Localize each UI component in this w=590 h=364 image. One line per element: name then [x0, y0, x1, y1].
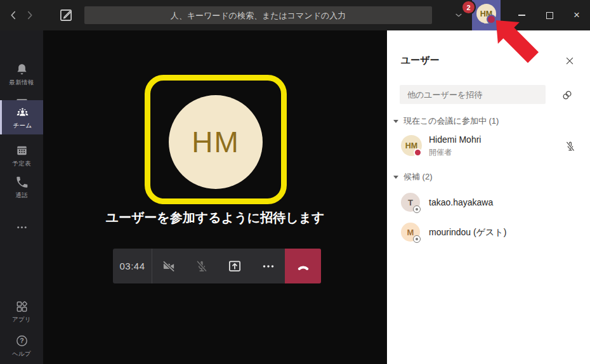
teams-icon — [15, 105, 30, 120]
copy-link-button[interactable] — [560, 88, 575, 103]
calendar-icon — [15, 143, 29, 158]
participant-row[interactable]: HM Hidemi Mohri 開催者 — [387, 132, 590, 161]
camera-off-button[interactable] — [152, 249, 185, 283]
camera-off-icon — [161, 258, 177, 275]
presence-busy-dot — [487, 15, 496, 24]
phone-icon — [15, 175, 29, 190]
sidebar-item-calendar[interactable]: 予定表 — [0, 140, 43, 171]
sidebar-more-button[interactable] — [0, 216, 43, 238]
sidebar-item-label: アプリ — [12, 316, 31, 324]
mic-mute-button[interactable] — [185, 249, 218, 283]
invite-caption: ユーザーを参加するように招待します — [43, 209, 387, 226]
minimize-icon — [518, 15, 525, 16]
maximize-icon — [546, 12, 553, 19]
more-options-button[interactable] — [251, 249, 285, 283]
sidebar-item-label: 予定表 — [12, 160, 30, 168]
sidebar-item-label: チーム — [13, 122, 32, 130]
share-screen-icon — [226, 258, 243, 275]
share-screen-button[interactable] — [218, 249, 251, 283]
candidate-row[interactable]: M mourindou (ゲスト) — [387, 220, 590, 244]
panel-close-button[interactable] — [561, 52, 579, 70]
teams-app-window: 2 HM × 最新情報 チャット チーム 予定表 通話 — [0, 0, 590, 364]
window-minimize-button[interactable] — [508, 0, 535, 30]
meeting-stage: HM ユーザーを参加するように招待します 03:44 — [43, 30, 387, 364]
link-icon — [560, 88, 574, 102]
candidate-row[interactable]: T takao.hayakawa — [387, 190, 590, 214]
window-maximize-button[interactable] — [536, 0, 563, 30]
ellipsis-icon — [15, 220, 29, 235]
apps-icon — [15, 299, 29, 314]
mic-off-icon — [563, 140, 577, 153]
app-sidebar: 最新情報 チャット チーム 予定表 通話 アプリ ヘルプ — [0, 30, 43, 364]
sidebar-item-apps[interactable]: アプリ — [0, 296, 43, 327]
chevron-down-icon — [393, 120, 398, 123]
section-label: 候補 (2) — [403, 171, 433, 183]
hang-up-icon — [294, 257, 313, 276]
presence-offline-badge — [413, 205, 421, 213]
hang-up-button[interactable] — [285, 249, 321, 283]
panel-title: ユーザー — [401, 55, 440, 67]
sidebar-item-label: 通話 — [15, 192, 28, 200]
close-icon: × — [574, 9, 580, 22]
new-chat-icon[interactable] — [57, 6, 75, 24]
meeting-timer: 03:44 — [113, 249, 152, 283]
sidebar-item-calls[interactable]: 通話 — [0, 171, 43, 203]
annotation-highlight-box — [145, 75, 287, 204]
notification-badge: 2 — [462, 1, 475, 13]
presence-busy-dot — [414, 148, 422, 157]
candidate-name: mourindou (ゲスト) — [429, 227, 506, 238]
window-close-button[interactable]: × — [563, 0, 590, 30]
participants-panel: ユーザー 現在この会議に参加中 (1) HM Hidemi Mohri 開催者 … — [387, 30, 590, 364]
sidebar-item-activity[interactable]: 最新情報 — [0, 58, 43, 90]
presence-offline-badge — [413, 235, 421, 243]
participant-role: 開催者 — [429, 147, 452, 158]
participant-name: Hidemi Mohri — [429, 134, 481, 145]
sidebar-item-label: 最新情報 — [9, 79, 34, 87]
invite-user-input[interactable] — [400, 85, 546, 104]
back-button[interactable] — [5, 8, 22, 23]
forward-button[interactable] — [22, 8, 38, 23]
help-icon — [15, 334, 29, 348]
section-suggestions[interactable]: 候補 (2) — [393, 171, 433, 183]
section-label: 現在この会議に参加中 (1) — [403, 115, 499, 127]
titlebar: 2 HM × — [0, 0, 590, 30]
close-icon — [563, 55, 576, 67]
bell-icon — [15, 62, 29, 77]
profile-avatar-button[interactable]: HM — [472, 0, 501, 30]
sidebar-item-teams[interactable]: チーム — [0, 100, 43, 134]
meeting-control-bar: 03:44 — [113, 249, 321, 283]
chevron-down-icon — [393, 176, 398, 179]
sidebar-item-help[interactable]: ヘルプ — [0, 330, 43, 361]
mic-off-icon — [193, 258, 210, 275]
search-input[interactable] — [84, 6, 432, 24]
candidate-name: takao.hayakawa — [429, 197, 493, 207]
sidebar-item-label: ヘルプ — [12, 350, 31, 358]
chevron-down-icon[interactable] — [453, 10, 464, 21]
section-in-meeting[interactable]: 現在この会議に参加中 (1) — [393, 115, 499, 127]
ellipsis-icon — [260, 258, 277, 275]
